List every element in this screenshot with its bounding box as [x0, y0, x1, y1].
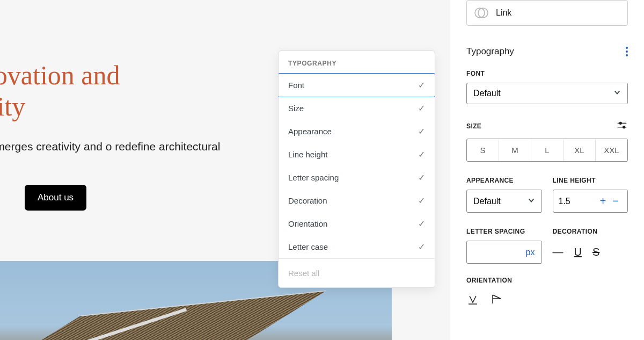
settings-sidebar: Link Typography FONT Default SIZE S M L … [450, 0, 644, 340]
line-height-label: LINE HEIGHT [553, 177, 628, 184]
font-label: FONT [466, 70, 628, 77]
option-label: Orientation [288, 219, 327, 228]
font-select[interactable]: Default [466, 83, 628, 104]
check-icon: ✓ [418, 126, 425, 136]
link-label: Link [496, 8, 511, 18]
size-segmented-control: S M L XL XXL [466, 139, 628, 162]
line-height-decrease[interactable]: − [609, 195, 622, 207]
appearance-select[interactable]: Default [466, 190, 542, 213]
check-icon: ✓ [418, 172, 425, 183]
about-us-button[interactable]: About us [25, 185, 86, 211]
check-icon: ✓ [418, 149, 425, 160]
svg-point-4 [619, 122, 621, 124]
check-icon: ✓ [418, 80, 425, 90]
reset-all-button[interactable]: Reset all [279, 259, 435, 287]
check-icon: ✓ [418, 196, 425, 206]
size-option-m[interactable]: M [499, 139, 531, 161]
typography-option-appearance[interactable]: Appearance ✓ [279, 120, 435, 143]
line-height-increase[interactable]: + [597, 195, 610, 207]
chevron-down-icon [613, 89, 621, 98]
typography-option-orientation[interactable]: Orientation ✓ [279, 212, 435, 235]
popover-header: TYPOGRAPHY [279, 51, 435, 74]
check-icon: ✓ [418, 219, 425, 229]
decoration-label: DECORATION [553, 228, 628, 235]
typography-option-line-height[interactable]: Line height ✓ [279, 143, 435, 166]
option-label: Font [288, 81, 304, 90]
size-option-s[interactable]: S [467, 139, 499, 161]
check-icon: ✓ [418, 103, 425, 113]
appearance-label: APPEARANCE [466, 177, 542, 184]
typography-options-popover: TYPOGRAPHY Font ✓ Size ✓ Appearance ✓ Li… [278, 50, 435, 288]
orientation-horizontal-icon[interactable] [466, 293, 479, 308]
orientation-vertical-icon[interactable] [490, 293, 503, 308]
hero-heading[interactable]: ent to innovation and ustainability [0, 60, 258, 122]
size-settings-icon[interactable] [616, 119, 628, 133]
option-label: Decoration [288, 196, 327, 205]
size-label: SIZE [466, 122, 481, 130]
line-height-value: 1.5 [559, 197, 597, 206]
hero-paragraph[interactable]: firm that seamlessly merges creativity a… [0, 138, 236, 173]
option-label: Size [288, 104, 304, 113]
link-swatch-icon [473, 5, 489, 21]
typography-panel-title: Typography [466, 46, 514, 57]
size-option-xl[interactable]: XL [563, 139, 595, 161]
font-value: Default [473, 89, 501, 98]
appearance-value: Default [473, 197, 501, 206]
typography-options-menu-button[interactable] [626, 47, 628, 56]
letter-spacing-input[interactable]: px [466, 241, 542, 264]
size-option-l[interactable]: L [531, 139, 563, 161]
option-label: Letter spacing [288, 173, 339, 182]
option-label: Appearance [288, 127, 332, 136]
size-option-xxl[interactable]: XXL [595, 139, 627, 161]
typography-option-decoration[interactable]: Decoration ✓ [279, 189, 435, 212]
typography-option-letter-case[interactable]: Letter case ✓ [279, 235, 435, 258]
check-icon: ✓ [418, 242, 425, 252]
letter-spacing-label: LETTER SPACING [466, 228, 542, 235]
typography-option-font[interactable]: Font ✓ [278, 73, 435, 97]
line-height-stepper[interactable]: 1.5 + − [553, 190, 628, 213]
chevron-down-icon [528, 197, 535, 206]
letter-spacing-unit: px [526, 248, 535, 257]
option-label: Line height [288, 150, 327, 159]
typography-option-letter-spacing[interactable]: Letter spacing ✓ [279, 166, 435, 189]
option-label: Letter case [288, 242, 328, 251]
svg-point-5 [623, 126, 625, 128]
decoration-strikethrough-icon[interactable]: S [592, 246, 599, 258]
typography-option-size[interactable]: Size ✓ [279, 97, 435, 120]
link-color-row[interactable]: Link [466, 0, 628, 26]
decoration-none-icon[interactable]: — [553, 246, 564, 258]
decoration-underline-icon[interactable]: U [574, 246, 582, 258]
orientation-label: ORIENTATION [466, 277, 628, 284]
